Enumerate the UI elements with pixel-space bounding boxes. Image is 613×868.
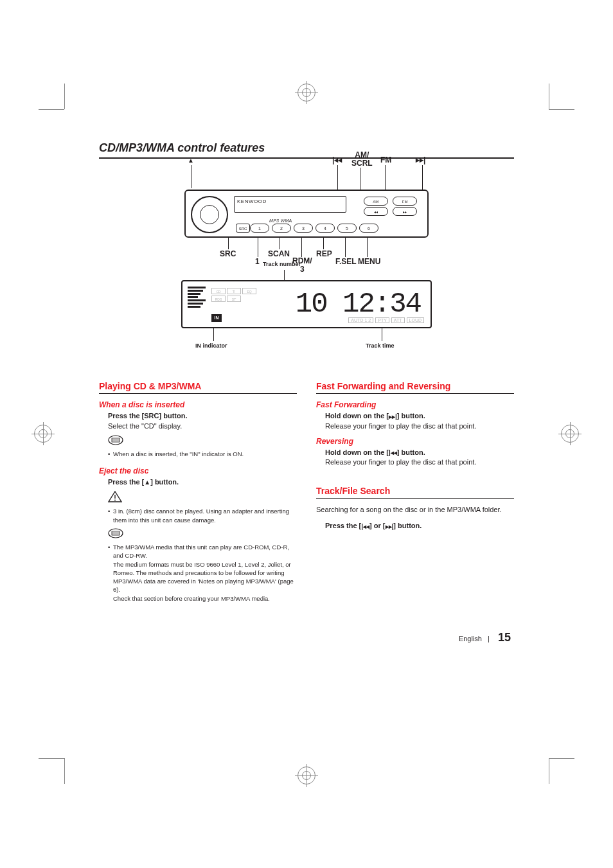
reversing: Reversing: [316, 437, 514, 446]
crop-mark: [549, 84, 549, 109]
note-icon: [108, 435, 297, 447]
in-indicator-label: IN indicator: [195, 342, 227, 349]
lcd-icon: ST: [227, 296, 241, 302]
press-eject: Press the [▲] button.: [108, 477, 297, 488]
head-unit-diagram: ▲ |◂◂ AM/SCRL FM ▸▸| KENWOOD MP3 WMA AM …: [99, 170, 514, 249]
callout-eject: ▲: [188, 155, 194, 164]
mp3-wma-label: MP3 WMA: [269, 218, 292, 223]
prev-track-icon: |◂◂: [389, 448, 397, 457]
language-label: English: [459, 635, 482, 642]
eject-icon: ▲: [188, 157, 194, 164]
registration-mark-top: [298, 84, 315, 102]
ff-rev-heading: Fast Forwarding and Reversing: [316, 381, 514, 394]
page-number: 15: [498, 631, 511, 644]
eject-disc: Eject the disc: [99, 466, 297, 475]
crop-mark: [39, 109, 64, 110]
callout-fm: FM: [380, 155, 391, 164]
preset-2: 2: [272, 224, 291, 233]
media-note: The MP3/WMA media that this unit can pla…: [108, 543, 297, 560]
format-note: The medium formats must be ISO 9660 Leve…: [108, 560, 297, 594]
ffwd-button: ▸▸: [393, 207, 417, 216]
callout-rep: REP: [316, 249, 332, 258]
preset-5: 5: [337, 224, 357, 233]
crop-mark: [549, 109, 574, 110]
hold-prev: Hold down on the [|◂◂] button.: [325, 447, 514, 458]
fast-forwarding: Fast Forwarding: [316, 400, 514, 409]
note-icon: [108, 528, 297, 540]
ff-release: Release your finger to play the disc at …: [325, 421, 514, 432]
track-number-label: Track number: [263, 261, 301, 267]
fm-button: FM: [393, 197, 417, 206]
hold-next: Hold down on the [▸▸|] button.: [325, 411, 514, 421]
svg-rect-7: [112, 531, 120, 535]
next-track-icon: ▸▸|: [386, 522, 394, 531]
lcd-icon: RDS: [211, 296, 226, 302]
track-time-label: Track time: [366, 342, 395, 349]
rev-release: Release your finger to play the disc at …: [325, 457, 514, 468]
preset-3: 3: [294, 224, 313, 233]
in-indicator-note: When a disc is inserted, the "IN" indica…: [108, 450, 297, 458]
callout-scan: SCAN: [268, 249, 290, 258]
prev-track-icon: |◂◂: [361, 522, 369, 531]
brand-label: KENWOOD: [237, 199, 267, 204]
right-column: Fast Forwarding and Reversing Fast Forwa…: [316, 381, 514, 603]
check-note: Check that section before creating your …: [108, 594, 297, 603]
section-title: CD/MP3/WMA control features: [99, 141, 514, 159]
registration-mark-right: [561, 425, 579, 443]
callout-next: ▸▸|: [416, 155, 425, 164]
track-search-heading: Track/File Search: [316, 486, 514, 499]
left-column: Playing CD & MP3/WMA When a disc is inse…: [99, 381, 297, 603]
preset-6: 6: [359, 224, 378, 233]
svg-rect-1: [112, 438, 120, 442]
callout-src: SRC: [220, 249, 236, 258]
registration-mark-left: [34, 425, 52, 443]
select-cd: Select the "CD" display.: [108, 421, 297, 432]
press-src: Press the [SRC] button.: [108, 411, 297, 421]
lcd-bottom-icon: PTY: [375, 317, 389, 323]
lcd-bottom-icon: ATT: [391, 317, 405, 323]
crop-mark: [549, 758, 549, 784]
preset-1: 1: [250, 224, 269, 233]
in-indicator: IN: [211, 314, 222, 322]
svg-point-5: [114, 500, 116, 501]
svg-point-0: [109, 436, 123, 445]
press-prev-next: Press the [|◂◂] or [▸▸|] button.: [325, 520, 514, 531]
lcd-bottom-icon: LOUD: [407, 317, 424, 323]
page-footer: English | 15: [459, 631, 511, 644]
src-button: SRC: [236, 224, 250, 233]
svg-point-6: [109, 529, 123, 538]
next-track-icon: ▸▸|: [389, 412, 397, 421]
lcd-bottom-icon: AUTO 1 2: [348, 317, 373, 323]
crop-mark: [64, 84, 65, 109]
rew-button: ◂◂: [364, 207, 388, 216]
search-body: Searching for a song on the disc or in t…: [316, 505, 514, 515]
registration-mark-bottom: [298, 766, 315, 784]
when-disc-inserted: When a disc is inserted: [99, 400, 297, 409]
lcd-digits: 10 12:34: [296, 288, 421, 320]
crop-mark: [64, 758, 65, 784]
lcd-diagram: Track number CD TI EQ RDS ST IN 10 12:34: [99, 262, 514, 359]
warning-icon: [108, 491, 297, 504]
lcd-icon: CD: [211, 288, 226, 294]
warn-8cm: 3 in. (8cm) disc cannot be played. Using…: [108, 507, 297, 524]
lcd-icon: TI: [227, 288, 241, 294]
crop-mark: [39, 758, 64, 759]
callout-am-scrl: AM/SCRL: [351, 151, 373, 168]
playing-heading: Playing CD & MP3/WMA: [99, 381, 297, 394]
crop-mark: [549, 758, 574, 759]
am-button: AM: [364, 197, 388, 206]
eject-icon: ▲: [144, 477, 150, 487]
callout-prev: |◂◂: [332, 155, 342, 164]
preset-4: 4: [315, 224, 335, 233]
lcd-icon: EQ: [242, 288, 256, 294]
